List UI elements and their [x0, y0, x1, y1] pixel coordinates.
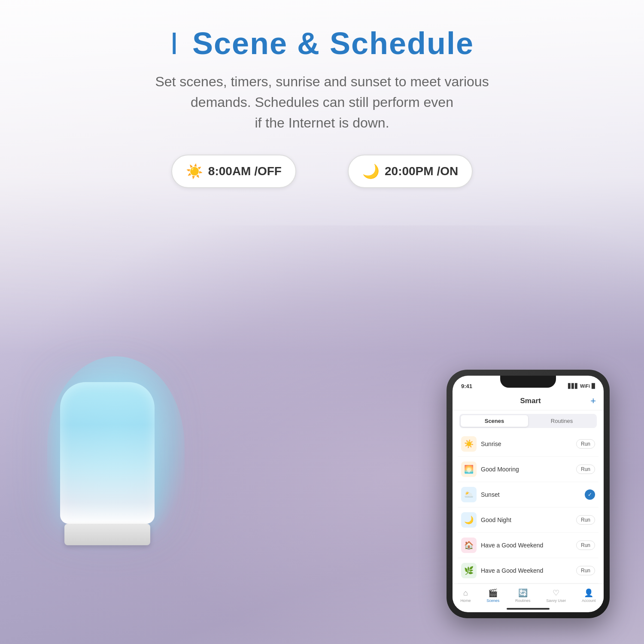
- moon-icon: 🌙: [362, 163, 380, 179]
- phone-inner: 9:41 ▋▋▋ WiFi ▉ Smart + Scenes Rout: [453, 376, 604, 612]
- savvy-icon: ♡: [553, 588, 559, 598]
- page-title: I Scene & Schedule: [0, 26, 644, 61]
- app-title: Smart: [471, 397, 590, 405]
- nav-home[interactable]: ⌂ Home: [460, 589, 471, 603]
- nav-scenes-label: Scenes: [486, 598, 499, 603]
- tab-routines[interactable]: Routines: [528, 415, 595, 427]
- schedule-evening[interactable]: 🌙 20:00PM /ON: [348, 155, 473, 188]
- home-icon: ⌂: [463, 589, 468, 598]
- scene-name-sunrise: Sunrise: [481, 440, 572, 447]
- scene-item-sunrise[interactable]: ☀️ Sunrise Run: [458, 431, 598, 457]
- nav-account[interactable]: 👤 Account: [582, 588, 596, 603]
- wifi-icon: WiFi: [580, 383, 590, 389]
- scene-icon-good-morning: 🌅: [461, 462, 477, 477]
- nav-savvy-label: Savvy User: [546, 598, 566, 603]
- tab-scenes[interactable]: Scenes: [461, 415, 528, 427]
- lamp-body: [60, 382, 155, 524]
- scene-name-sunset: Sunset: [481, 491, 580, 498]
- signal-icon: ▋▋▋: [568, 383, 578, 389]
- routines-icon: 🔄: [518, 588, 528, 598]
- scene-icon-sunrise: ☀️: [461, 436, 477, 452]
- run-btn-good-night[interactable]: Run: [576, 515, 595, 525]
- scene-name-weekend-2: Have a Good Weekend: [481, 567, 572, 574]
- lamp-container: [56, 382, 159, 545]
- scene-list: ☀️ Sunrise Run 🌅 Good Mooring Run 🌥️ Sun…: [453, 431, 604, 583]
- sun-icon: ☀️: [186, 163, 203, 179]
- nav-scenes[interactable]: 🎬 Scenes: [486, 588, 499, 603]
- scene-item-weekend-2[interactable]: 🌿 Have a Good Weekend Run: [458, 558, 598, 583]
- scene-icon-weekend-2: 🌿: [461, 563, 477, 578]
- schedule-morning[interactable]: ☀️ 8:00AM /OFF: [171, 155, 296, 188]
- check-icon-sunset: ✓: [585, 489, 595, 500]
- battery-icon: ▉: [592, 383, 595, 389]
- scene-icon-weekend-1: 🏠: [461, 538, 477, 553]
- run-btn-weekend-1[interactable]: Run: [576, 541, 595, 550]
- scene-item-sunset[interactable]: 🌥️ Sunset ✓: [458, 482, 598, 507]
- header-section: I Scene & Schedule Set scenes, timers, s…: [0, 0, 644, 197]
- app-header: Smart +: [453, 392, 604, 410]
- schedule-evening-text: 20:00PM /ON: [385, 164, 458, 178]
- schedule-morning-text: 8:00AM /OFF: [208, 164, 282, 178]
- scene-item-good-night[interactable]: 🌙 Good Night Run: [458, 507, 598, 533]
- scene-icon-good-night: 🌙: [461, 512, 477, 528]
- status-time: 9:41: [461, 383, 472, 389]
- schedule-row: ☀️ 8:00AM /OFF 🌙 20:00PM /ON: [0, 155, 644, 188]
- scene-item-weekend-1[interactable]: 🏠 Have a Good Weekend Run: [458, 533, 598, 558]
- nav-routines-label: Routines: [515, 598, 531, 603]
- scenes-nav-icon: 🎬: [488, 588, 498, 598]
- title-bar: I: [170, 26, 179, 61]
- nav-savvy[interactable]: ♡ Savvy User: [546, 588, 566, 603]
- scene-name-good-night: Good Night: [481, 516, 572, 523]
- scene-icon-sunset: 🌥️: [461, 487, 477, 502]
- phone-notch: [500, 376, 556, 388]
- add-button[interactable]: +: [590, 395, 596, 407]
- scene-name-weekend-1: Have a Good Weekend: [481, 542, 572, 549]
- run-btn-sunrise[interactable]: Run: [576, 439, 595, 449]
- phone-container: 9:41 ▋▋▋ WiFi ▉ Smart + Scenes Rout: [447, 370, 610, 618]
- nav-account-label: Account: [582, 598, 596, 603]
- main-content: I Scene & Schedule Set scenes, timers, s…: [0, 0, 644, 644]
- lamp-base: [64, 524, 150, 545]
- home-indicator: [507, 608, 550, 610]
- scene-name-good-morning: Good Mooring: [481, 466, 572, 473]
- status-icons: ▋▋▋ WiFi ▉: [568, 383, 595, 389]
- run-btn-weekend-2[interactable]: Run: [576, 566, 595, 575]
- phone-nav: ⌂ Home 🎬 Scenes 🔄 Routines ♡ Savvy User: [453, 583, 604, 606]
- account-icon: 👤: [584, 588, 593, 598]
- run-btn-good-morning[interactable]: Run: [576, 465, 595, 474]
- nav-routines[interactable]: 🔄 Routines: [515, 588, 531, 603]
- page-subtitle: Set scenes, timers, sunrise and sunset t…: [150, 71, 494, 133]
- nav-home-label: Home: [460, 598, 471, 603]
- phone-outer: 9:41 ▋▋▋ WiFi ▉ Smart + Scenes Rout: [447, 370, 610, 618]
- scene-item-good-morning[interactable]: 🌅 Good Mooring Run: [458, 457, 598, 482]
- app-tabs: Scenes Routines: [459, 414, 597, 428]
